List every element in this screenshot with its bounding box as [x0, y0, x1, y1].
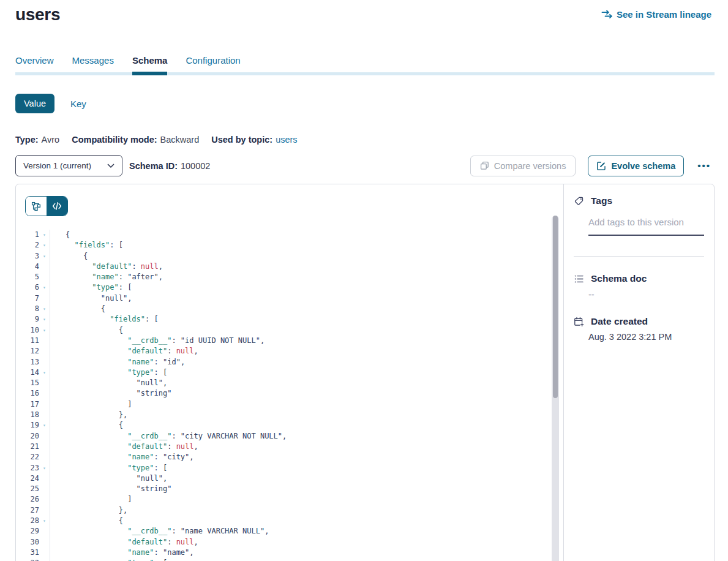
date-created-value: Aug. 3 2022 3:21 PM	[588, 332, 672, 342]
value-toggle-button[interactable]: Value	[15, 94, 54, 113]
tab-configuration[interactable]: Configuration	[186, 55, 240, 66]
gutter-spacer	[39, 431, 50, 442]
evolve-schema-button[interactable]: Evolve schema	[588, 156, 684, 176]
gutter-spacer	[39, 272, 50, 282]
code-text: "__crdb__": "id UUID NOT NULL",	[50, 336, 265, 346]
tab-bar-items: Overview Messages Schema Configuration	[15, 55, 241, 66]
gutter: 18	[16, 410, 50, 420]
line-number: 18	[16, 410, 39, 420]
collapse-toggle-icon[interactable]: ▾	[39, 304, 50, 314]
code-text: "default": null,	[50, 262, 163, 272]
line-number: 28	[16, 516, 39, 526]
line-number: 7	[16, 293, 39, 304]
line-number: 1	[16, 230, 39, 240]
line-number: 4	[16, 262, 39, 272]
tab-schema[interactable]: Schema	[132, 55, 168, 66]
edit-icon	[596, 161, 606, 171]
gutter: 30	[16, 537, 50, 548]
code-text: },	[50, 505, 127, 516]
code-line: 16 "string"	[16, 388, 563, 399]
code-text: "name": "after",	[50, 272, 163, 282]
line-number: 30	[16, 537, 39, 548]
collapse-toggle-icon[interactable]: ▾	[39, 367, 50, 378]
collapse-toggle-icon[interactable]: ▾	[39, 230, 50, 240]
code-lines: 1▾{2▾ "fields": [3▾ {4 "default": null,5…	[16, 230, 563, 561]
gutter-spacer	[39, 494, 50, 505]
code-line: 10▾ {	[16, 325, 563, 336]
code-text: "type": [	[50, 367, 167, 378]
gutter: 14▾	[16, 367, 50, 378]
line-number: 10	[16, 325, 39, 336]
line-number: 24	[16, 473, 39, 484]
code-text: "fields": [	[50, 314, 159, 325]
code-line: 3▾ {	[16, 251, 563, 262]
code-text: "name": "city",	[50, 452, 194, 462]
code-line: 29 "__crdb__": "name VARCHAR NULL",	[16, 526, 563, 537]
gutter: 7	[16, 293, 50, 304]
gutter: 31	[16, 548, 50, 558]
gutter: 16	[16, 388, 50, 399]
date-created-section-header: Date created	[574, 316, 648, 327]
collapse-toggle-icon[interactable]: ▾	[39, 516, 50, 526]
type-field: Type:Avro	[15, 135, 59, 145]
collapse-toggle-icon[interactable]: ▾	[39, 314, 50, 325]
code-line: 4 "default": null,	[16, 262, 563, 272]
tab-messages[interactable]: Messages	[72, 55, 114, 66]
stream-lineage-link[interactable]: See in Stream lineage	[601, 9, 711, 20]
collapse-toggle-icon[interactable]: ▾	[39, 325, 50, 336]
gutter-spacer	[39, 548, 50, 558]
line-number: 15	[16, 378, 39, 388]
code-pane: 1▾{2▾ "fields": [3▾ {4 "default": null,5…	[16, 184, 563, 561]
schema-panel: 1▾{2▾ "fields": [3▾ {4 "default": null,5…	[15, 184, 715, 561]
gutter: 22	[16, 452, 50, 462]
gutter-spacer	[39, 410, 50, 420]
line-number: 23	[16, 463, 39, 473]
collapse-toggle-icon[interactable]: ▾	[39, 240, 50, 250]
gutter: 25	[16, 484, 50, 494]
collapse-toggle-icon[interactable]: ▾	[39, 282, 50, 293]
value-key-toggle: Value Key	[15, 94, 86, 113]
tree-view-button[interactable]	[26, 197, 47, 216]
gutter-spacer	[39, 473, 50, 484]
scrollbar-thumb[interactable]	[553, 216, 558, 398]
code-scrollbar[interactable]	[552, 216, 559, 561]
code-line: 2▾ "fields": [	[16, 240, 563, 250]
add-tags-input[interactable]	[588, 217, 704, 236]
tag-icon	[574, 196, 584, 206]
code-text: "__crdb__": "city VARCHAR NOT NULL",	[50, 431, 287, 442]
gutter: 12	[16, 346, 50, 356]
collapse-toggle-icon[interactable]: ▾	[39, 251, 50, 262]
line-number: 21	[16, 442, 39, 452]
line-number: 29	[16, 526, 39, 537]
gutter: 20	[16, 431, 50, 442]
tab-overview[interactable]: Overview	[15, 55, 54, 66]
compare-versions-button[interactable]: Compare versions	[470, 156, 576, 176]
used-by-topic-field: Used by topic:users	[211, 135, 297, 145]
gutter: 8▾	[16, 304, 50, 314]
chevron-down-icon	[107, 164, 114, 168]
collapse-toggle-icon[interactable]: ▾	[39, 420, 50, 431]
code-text: "type": [	[50, 558, 167, 561]
schema-doc-section-header: Schema doc	[574, 273, 647, 284]
code-text: {	[50, 420, 123, 431]
gutter: 5	[16, 272, 50, 282]
version-select[interactable]: Version 1 (current)	[15, 155, 122, 176]
key-toggle-button[interactable]: Key	[70, 99, 86, 109]
topic-link[interactable]: users	[276, 135, 297, 145]
more-actions-button[interactable]: •••	[694, 158, 715, 173]
code-text: },	[50, 410, 127, 420]
gutter-spacer	[39, 484, 50, 494]
collapse-toggle-icon[interactable]: ▾	[39, 558, 50, 561]
collapse-toggle-icon[interactable]: ▾	[39, 463, 50, 473]
gutter: 19▾	[16, 420, 50, 431]
gutter-spacer	[39, 526, 50, 537]
schema-view-toggle	[25, 196, 68, 216]
code-line: 22 "name": "city",	[16, 452, 563, 462]
code-view-button[interactable]	[47, 197, 67, 216]
code-text: {	[50, 304, 105, 314]
line-number: 14	[16, 367, 39, 378]
code-line: 21 "default": null,	[16, 442, 563, 452]
gutter: 6▾	[16, 282, 50, 293]
line-number: 8	[16, 304, 39, 314]
gutter: 2▾	[16, 240, 50, 250]
